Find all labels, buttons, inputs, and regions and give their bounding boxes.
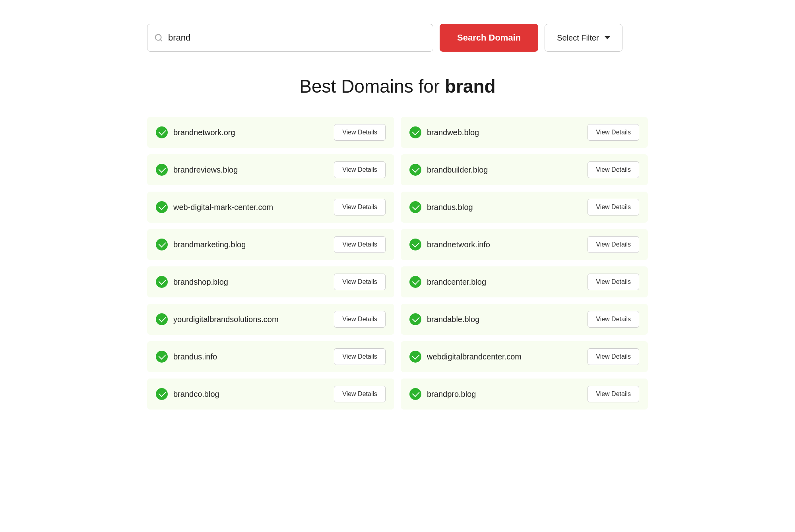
check-icon xyxy=(409,126,421,138)
view-details-button[interactable]: View Details xyxy=(334,199,386,216)
domain-name: brandweb.blog xyxy=(427,128,479,137)
domain-item: brandreviews.blogView Details xyxy=(147,154,394,185)
search-input-wrapper xyxy=(147,24,433,52)
domain-item: brandshop.blogView Details xyxy=(147,266,394,297)
domain-item: brandus.infoView Details xyxy=(147,341,394,372)
view-details-button[interactable]: View Details xyxy=(588,124,639,141)
check-icon xyxy=(156,388,168,400)
domain-item: brandco.blogView Details xyxy=(147,379,394,410)
view-details-button[interactable]: View Details xyxy=(588,386,639,402)
domain-item: brandpro.blogView Details xyxy=(401,379,648,410)
domain-name: brandcenter.blog xyxy=(427,278,486,287)
svg-line-1 xyxy=(160,39,162,41)
search-icon xyxy=(154,33,163,42)
domain-item: brandnetwork.infoView Details xyxy=(401,229,648,260)
domain-left: brandshop.blog xyxy=(156,276,329,288)
domain-left: brandpro.blog xyxy=(409,388,583,400)
check-icon xyxy=(156,164,168,176)
domain-name: brandable.blog xyxy=(427,315,479,324)
search-section: Search Domain Select Filter xyxy=(147,24,648,52)
domain-left: brandweb.blog xyxy=(409,126,583,138)
domain-name: web-digital-mark-center.com xyxy=(173,203,273,212)
domain-left: brandnetwork.org xyxy=(156,126,329,138)
domain-left: yourdigitalbrandsolutions.com xyxy=(156,313,329,325)
domain-name: brandshop.blog xyxy=(173,278,228,287)
domain-item: brandmarketing.blogView Details xyxy=(147,229,394,260)
domain-left: webdigitalbrandcenter.com xyxy=(409,351,583,363)
domain-left: brandable.blog xyxy=(409,313,583,325)
check-icon xyxy=(409,164,421,176)
check-icon xyxy=(156,351,168,363)
domain-left: brandreviews.blog xyxy=(156,164,329,176)
check-icon xyxy=(409,239,421,250)
domain-left: brandus.blog xyxy=(409,201,583,213)
domain-name: brandnetwork.org xyxy=(173,128,235,137)
domain-item: webdigitalbrandcenter.comView Details xyxy=(401,341,648,372)
domain-name: brandnetwork.info xyxy=(427,240,490,249)
domain-item: web-digital-mark-center.comView Details xyxy=(147,192,394,223)
chevron-down-icon xyxy=(605,36,610,39)
view-details-button[interactable]: View Details xyxy=(588,274,639,290)
check-icon xyxy=(156,239,168,250)
domain-left: brandus.info xyxy=(156,351,329,363)
check-icon xyxy=(409,313,421,325)
domain-item: brandbuilder.blogView Details xyxy=(401,154,648,185)
domain-name: brandmarketing.blog xyxy=(173,240,246,249)
domain-left: brandnetwork.info xyxy=(409,239,583,250)
search-domain-button[interactable]: Search Domain xyxy=(440,24,538,52)
view-details-button[interactable]: View Details xyxy=(588,161,639,178)
check-icon xyxy=(156,276,168,288)
domain-name: webdigitalbrandcenter.com xyxy=(427,352,522,361)
view-details-button[interactable]: View Details xyxy=(334,386,386,402)
domain-item: brandus.blogView Details xyxy=(401,192,648,223)
view-details-button[interactable]: View Details xyxy=(588,199,639,216)
view-details-button[interactable]: View Details xyxy=(588,348,639,365)
view-details-button[interactable]: View Details xyxy=(334,274,386,290)
check-icon xyxy=(156,126,168,138)
check-icon xyxy=(409,276,421,288)
view-details-button[interactable]: View Details xyxy=(588,236,639,253)
domain-left: web-digital-mark-center.com xyxy=(156,201,329,213)
domain-item: brandnetwork.orgView Details xyxy=(147,117,394,148)
view-details-button[interactable]: View Details xyxy=(334,236,386,253)
domain-name: brandbuilder.blog xyxy=(427,165,488,175)
check-icon xyxy=(409,388,421,400)
domain-name: brandus.blog xyxy=(427,203,473,212)
domain-name: yourdigitalbrandsolutions.com xyxy=(173,315,279,324)
domain-item: brandcenter.blogView Details xyxy=(401,266,648,297)
domain-item: brandweb.blogView Details xyxy=(401,117,648,148)
domain-left: brandcenter.blog xyxy=(409,276,583,288)
check-icon xyxy=(156,313,168,325)
domain-left: brandbuilder.blog xyxy=(409,164,583,176)
check-icon xyxy=(409,351,421,363)
view-details-button[interactable]: View Details xyxy=(334,161,386,178)
domain-name: brandco.blog xyxy=(173,390,219,399)
domain-name: brandreviews.blog xyxy=(173,165,238,175)
domain-item: brandable.blogView Details xyxy=(401,304,648,335)
page-title: Best Domains for brand xyxy=(147,76,648,97)
domain-item: yourdigitalbrandsolutions.comView Detail… xyxy=(147,304,394,335)
select-filter-button[interactable]: Select Filter xyxy=(545,24,622,52)
domain-left: brandco.blog xyxy=(156,388,329,400)
domain-name: brandpro.blog xyxy=(427,390,476,399)
view-details-button[interactable]: View Details xyxy=(588,311,639,328)
domain-left: brandmarketing.blog xyxy=(156,239,329,250)
domain-name: brandus.info xyxy=(173,352,217,361)
view-details-button[interactable]: View Details xyxy=(334,311,386,328)
view-details-button[interactable]: View Details xyxy=(334,348,386,365)
check-icon xyxy=(156,201,168,213)
check-icon xyxy=(409,201,421,213)
filter-label: Select Filter xyxy=(557,33,599,43)
domains-grid: brandnetwork.orgView Detailsbrandweb.blo… xyxy=(147,117,648,410)
search-input[interactable] xyxy=(147,24,433,52)
view-details-button[interactable]: View Details xyxy=(334,124,386,141)
